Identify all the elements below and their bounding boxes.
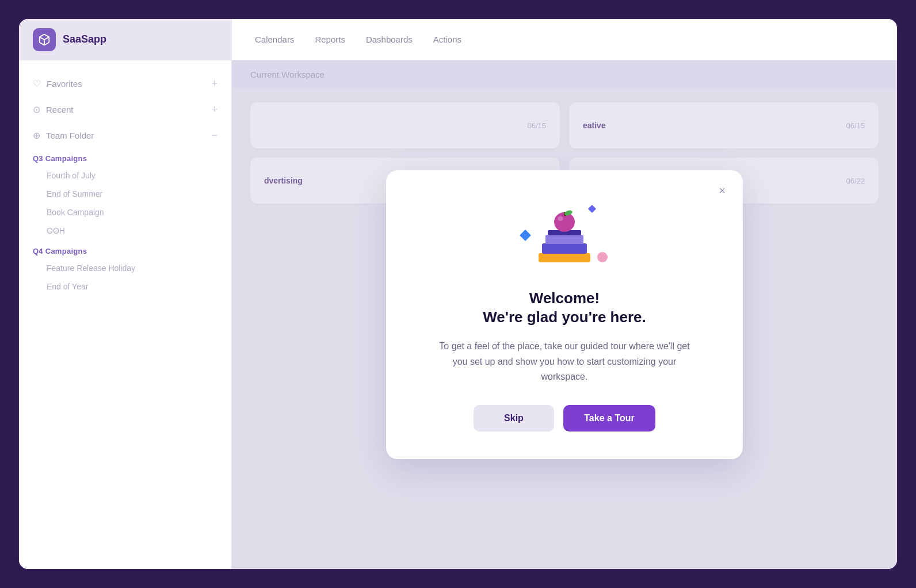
sidebar-section-recent: ⊙ Recent + [19, 98, 231, 121]
nav-calendars[interactable]: Calendars [255, 35, 294, 44]
sidebar-section-team: ⊕ Team Folder − Q3 Campaigns Fourth of J… [19, 124, 231, 296]
team-label: Team Folder [46, 131, 94, 140]
q3-category-label: Q3 Campaigns [19, 147, 231, 166]
svg-rect-3 [545, 235, 583, 244]
people-icon: ⊕ [33, 130, 40, 141]
svg-rect-2 [542, 243, 587, 254]
sidebar-sub-book-campaign[interactable]: Book Campaign [19, 203, 231, 222]
modal-overlay: × [232, 60, 897, 569]
sidebar-item-favorites[interactable]: ♡ Favorites + [19, 72, 231, 96]
app-frame: SaaSapp Calendars Reports Dashboards Act… [18, 18, 898, 570]
sidebar-sub-fourth-july[interactable]: Fourth of July [19, 166, 231, 185]
nav-actions[interactable]: Actions [433, 35, 461, 44]
team-collapse-icon[interactable]: − [211, 129, 217, 142]
sidebar-item-recent[interactable]: ⊙ Recent + [19, 98, 231, 121]
diamond-blue-icon [520, 230, 531, 241]
heart-icon: ♡ [33, 78, 41, 89]
brand-icon [33, 28, 56, 51]
modal-close-button[interactable]: × [713, 182, 731, 200]
nav-reports[interactable]: Reports [315, 35, 345, 44]
top-nav: SaaSapp Calendars Reports Dashboards Act… [19, 19, 897, 60]
sidebar-sub-ooh[interactable]: OOH [19, 222, 231, 240]
sidebar-item-team[interactable]: ⊕ Team Folder − [19, 124, 231, 147]
favorites-add-icon[interactable]: + [211, 78, 217, 90]
top-nav-links: Calendars Reports Dashboards Actions [232, 35, 484, 44]
recent-label: Recent [46, 105, 74, 114]
modal-description: To get a feel of the place, take our gui… [438, 339, 691, 384]
modal-illustration [418, 198, 711, 273]
svg-rect-1 [539, 253, 590, 262]
welcome-modal: × [386, 170, 743, 460]
brand-area: SaaSapp [19, 19, 232, 60]
sidebar: ♡ Favorites + ⊙ Recent + ⊕ Team Folder − [19, 60, 232, 569]
modal-actions: Skip Take a Tour [418, 405, 711, 432]
clock-icon: ⊙ [33, 104, 40, 115]
brand-name: SaaSapp [63, 33, 106, 45]
sidebar-sub-end-summer[interactable]: End of Summer [19, 185, 231, 203]
sidebar-section-favorites: ♡ Favorites + [19, 72, 231, 96]
recent-add-icon[interactable]: + [211, 104, 217, 116]
modal-title: Welcome! We're glad you're here. [418, 289, 711, 328]
q4-category-label: Q4 Campaigns [19, 240, 231, 259]
circle-pink-icon [597, 252, 608, 262]
nav-dashboards[interactable]: Dashboards [366, 35, 413, 44]
svg-point-8 [558, 216, 563, 221]
skip-button[interactable]: Skip [474, 405, 554, 432]
content-area: Current Workspace 06/15 eative 06/15 [232, 60, 897, 569]
take-tour-button[interactable]: Take a Tour [563, 405, 655, 432]
favorites-label: Favorites [47, 79, 82, 89]
main-area: ♡ Favorites + ⊙ Recent + ⊕ Team Folder − [19, 60, 897, 569]
sidebar-sub-feature-release[interactable]: Feature Release Holiday [19, 259, 231, 277]
sidebar-sub-end-year[interactable]: End of Year [19, 277, 231, 296]
